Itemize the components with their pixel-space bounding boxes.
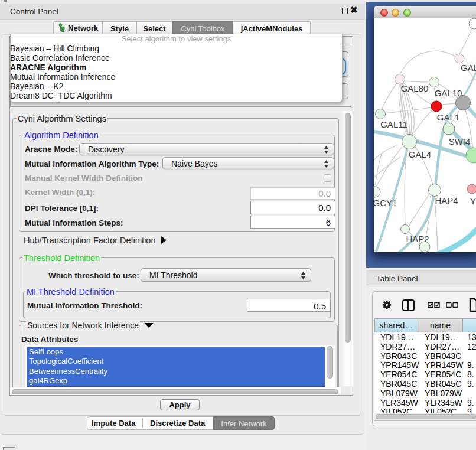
svg-text:HAP4: HAP4 bbox=[435, 195, 458, 206]
svg-text:Y: Y bbox=[470, 196, 476, 206]
svg-text:GAL: GAL bbox=[461, 63, 476, 73]
svg-text:GCY1: GCY1 bbox=[374, 198, 397, 208]
svg-text:GAL80: GAL80 bbox=[401, 83, 429, 93]
svg-text:HAP2: HAP2 bbox=[406, 234, 429, 244]
svg-text:GAL10: GAL10 bbox=[435, 88, 462, 98]
svg-text:SWI4: SWI4 bbox=[449, 136, 471, 146]
svg-text:GAL11: GAL11 bbox=[380, 119, 407, 129]
svg-text:GAL4: GAL4 bbox=[409, 149, 431, 159]
svg-text:GAL1: GAL1 bbox=[437, 112, 459, 122]
